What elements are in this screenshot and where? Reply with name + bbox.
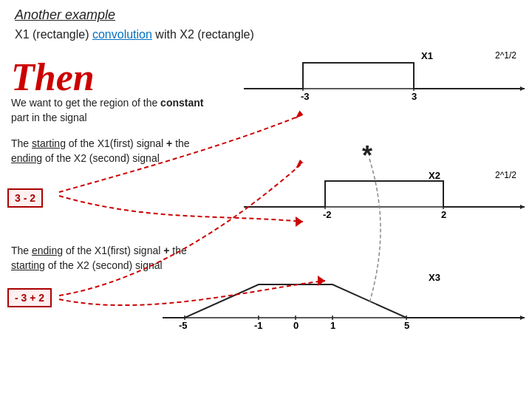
svg-text:0: 0 xyxy=(293,320,299,331)
subtitle-convolution: convolution xyxy=(92,28,152,41)
desc1: We want to get the region of the constan… xyxy=(11,96,233,125)
svg-text:-5: -5 xyxy=(179,320,188,331)
desc1-text1: We want to get the region of the xyxy=(11,97,160,109)
desc3-starting: starting xyxy=(11,259,45,271)
svg-text:3: 3 xyxy=(412,91,417,102)
desc3: The ending of the X1(first) signal + the… xyxy=(11,244,248,273)
desc2-text: The starting of the X1(first) signal + t… xyxy=(11,137,190,164)
desc3-plus: + xyxy=(163,245,169,256)
desc3-ending: ending xyxy=(32,245,63,256)
subtitle-end: with X2 (rectangle) xyxy=(152,28,254,41)
desc2-starting: starting xyxy=(32,137,66,149)
svg-text:-2: -2 xyxy=(323,209,332,220)
desc3-text: The ending of the X1(first) signal + the… xyxy=(11,245,187,271)
desc2-ending: ending xyxy=(11,152,42,164)
desc1-bold: constant xyxy=(160,97,203,109)
svg-text:5: 5 xyxy=(404,320,409,331)
svg-text:1: 1 xyxy=(330,320,335,331)
box-neg3-2: - 3 + 2 xyxy=(7,288,52,307)
subtitle-x1: X1 (rectangle) xyxy=(15,28,92,41)
box-3-2: 3 - 2 xyxy=(7,188,43,208)
page-title: Another example xyxy=(15,7,115,23)
subtitle: X1 (rectangle) convolution with X2 (rect… xyxy=(15,28,254,41)
desc2: The starting of the X1(first) signal + t… xyxy=(11,137,248,166)
x3-signal: -5 -1 0 1 5 xyxy=(163,270,525,336)
desc1-text2: part in the signal xyxy=(11,112,87,123)
then-label: Then xyxy=(11,55,95,99)
svg-text:-1: -1 xyxy=(254,320,263,331)
desc2-plus: + xyxy=(166,137,172,149)
x1-signal: -3 3 xyxy=(244,48,525,107)
svg-text:2: 2 xyxy=(441,209,446,220)
svg-text:-3: -3 xyxy=(301,91,310,102)
x2-signal: -2 2 xyxy=(244,166,525,225)
svg-marker-24 xyxy=(295,110,303,120)
